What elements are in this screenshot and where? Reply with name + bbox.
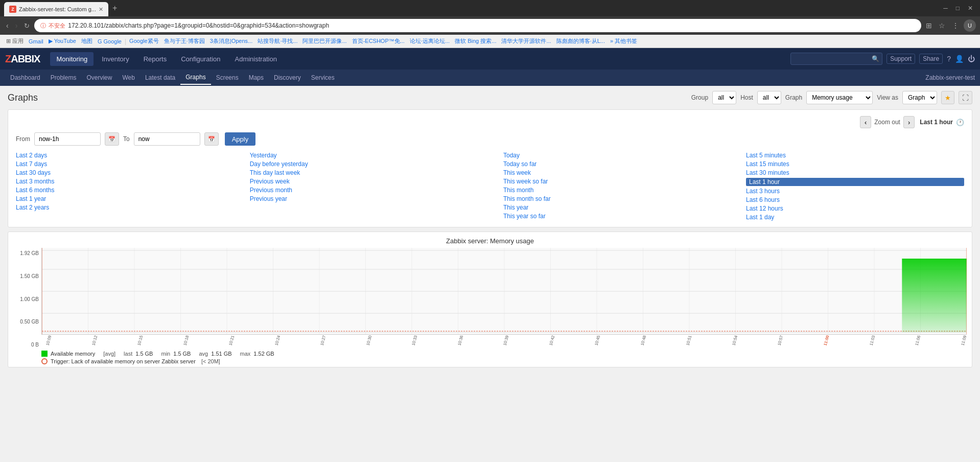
- subnav-screens[interactable]: Screens: [211, 71, 244, 84]
- link-last-30-days[interactable]: Last 30 days: [16, 169, 229, 176]
- memory-avg: 1.51 GB: [211, 351, 231, 357]
- reload-btn[interactable]: ↻: [22, 21, 32, 31]
- bookmark-opens[interactable]: 3条消息|Opens...: [208, 37, 255, 45]
- link-last-30-min[interactable]: Last 30 minutes: [746, 169, 964, 176]
- link-last-1-year[interactable]: Last 1 year: [16, 195, 229, 202]
- link-last-3-hours[interactable]: Last 3 hours: [746, 188, 964, 195]
- subnav-graphs[interactable]: Graphs: [180, 71, 211, 85]
- bookmark-maps[interactable]: 地图: [79, 37, 95, 45]
- user-icon[interactable]: 👤: [955, 55, 964, 63]
- link-last-3-months[interactable]: Last 3 months: [16, 178, 229, 185]
- address-bar[interactable]: ⓘ 不安全 172.20.8.101/zabbix/charts.php?pag…: [34, 19, 921, 32]
- apply-btn[interactable]: Apply: [225, 132, 256, 146]
- nav-administration[interactable]: Administration: [229, 52, 283, 66]
- graph-container: Zabbix server: Memory usage 1.92 GB 1.50…: [8, 232, 972, 367]
- back-btn[interactable]: ‹: [4, 20, 11, 31]
- link-previous-month[interactable]: Previous month: [250, 187, 483, 194]
- host-select[interactable]: all: [757, 91, 781, 104]
- prev-btn[interactable]: ‹: [860, 116, 871, 128]
- link-last-6-months[interactable]: Last 6 months: [16, 187, 229, 194]
- favorite-btn[interactable]: ★: [941, 91, 954, 104]
- new-tab-btn[interactable]: +: [108, 2, 121, 15]
- tab-close-icon[interactable]: ✕: [99, 6, 103, 13]
- subnav-discovery[interactable]: Discovery: [269, 71, 306, 84]
- nav-inventory[interactable]: Inventory: [96, 52, 135, 66]
- bookmark-chenbiao[interactable]: 陈彪彪的博客·从L...: [554, 37, 607, 45]
- link-last-7-days[interactable]: Last 7 days: [16, 160, 229, 168]
- next-btn[interactable]: ›: [903, 116, 915, 128]
- bookmark-tsinghua[interactable]: 清华大学开源软件...: [499, 37, 553, 45]
- link-previous-year[interactable]: Previous year: [250, 195, 483, 202]
- bookmark-luntan[interactable]: 论坛·远离论坛...: [408, 37, 452, 45]
- group-select[interactable]: all: [712, 91, 736, 104]
- link-last-1-hour[interactable]: Last 1 hour: [746, 178, 964, 186]
- link-last-2-days[interactable]: Last 2 days: [16, 152, 229, 159]
- subnav-latest-data[interactable]: Latest data: [140, 71, 180, 84]
- bookmark-btn[interactable]: ☆: [937, 20, 947, 31]
- subnav-maps[interactable]: Maps: [244, 71, 269, 84]
- link-last-5-min[interactable]: Last 5 minutes: [746, 152, 964, 159]
- from-input[interactable]: [34, 132, 101, 146]
- share-btn[interactable]: Share: [919, 54, 943, 64]
- bookmark-youtube[interactable]: ▶ YouTube: [46, 37, 78, 45]
- link-this-day-last-week[interactable]: This day last week: [250, 169, 483, 176]
- y-label-4: 0.50 GB: [14, 319, 39, 325]
- link-this-month[interactable]: This month: [503, 187, 726, 194]
- subnav-problems[interactable]: Problems: [45, 71, 82, 84]
- support-btn[interactable]: Support: [886, 54, 915, 64]
- to-calendar-btn[interactable]: 📅: [204, 132, 219, 146]
- link-today-so-far[interactable]: Today so far: [503, 160, 726, 168]
- link-last-6-hours[interactable]: Last 6 hours: [746, 196, 964, 203]
- search-icon: 🔍: [872, 55, 879, 62]
- memory-max: 1.52 GB: [253, 351, 274, 357]
- link-last-12-hours[interactable]: Last 12 hours: [746, 205, 964, 212]
- bookmark-apps[interactable]: ⊞ 应用: [4, 37, 26, 45]
- legend-trigger-row: Trigger: Lack of available memory on ser…: [41, 358, 967, 364]
- legend-memory-row: Available memory [avg] last 1.5 GB min 1…: [41, 351, 967, 357]
- to-input[interactable]: [134, 132, 200, 146]
- view-as-select[interactable]: Graph: [902, 91, 937, 104]
- bookmark-zhan[interactable]: 站搜导航·寻找...: [255, 37, 299, 45]
- link-last-2-years[interactable]: Last 2 years: [16, 204, 229, 211]
- fullscreen-btn[interactable]: ⛶: [959, 91, 972, 104]
- link-this-week-so-far[interactable]: This week so far: [503, 178, 726, 185]
- header-search-input[interactable]: [790, 53, 882, 65]
- link-this-year[interactable]: This year: [503, 204, 726, 211]
- extensions-btn[interactable]: ⊞: [924, 20, 934, 31]
- bookmark-ecshop[interactable]: 首页-ECSHOP™免...: [350, 37, 407, 45]
- link-day-before-yesterday[interactable]: Day before yesterday: [250, 160, 483, 168]
- bookmark-google[interactable]: G Google: [96, 38, 124, 45]
- nav-reports[interactable]: Reports: [137, 52, 173, 66]
- bookmark-gmail[interactable]: Gmail: [27, 38, 45, 45]
- bookmark-bing[interactable]: 微软 Bing 搜索...: [453, 37, 498, 45]
- nav-configuration[interactable]: Configuration: [175, 52, 226, 66]
- menu-btn[interactable]: ⋮: [950, 20, 961, 31]
- graph-select[interactable]: Memory usage: [806, 91, 873, 104]
- profile-btn[interactable]: U: [964, 19, 976, 32]
- link-previous-week[interactable]: Previous week: [250, 178, 483, 185]
- bookmark-google-号[interactable]: Google紧号: [127, 37, 160, 45]
- subnav-overview[interactable]: Overview: [81, 71, 117, 84]
- bookmark-more[interactable]: » 其他书签: [608, 37, 639, 45]
- subnav-dashboard[interactable]: Dashboard: [5, 71, 45, 84]
- page-content: Graphs Group all Host all Graph Memory u…: [0, 86, 980, 373]
- quick-links-col4: Last 5 minutes Last 15 minutes Last 30 m…: [746, 152, 964, 221]
- link-this-week[interactable]: This week: [503, 169, 726, 176]
- link-last-15-min[interactable]: Last 15 minutes: [746, 160, 964, 168]
- from-calendar-btn[interactable]: 📅: [105, 132, 119, 146]
- bookmark-fish[interactable]: 鱼与于王·博客园: [162, 37, 207, 45]
- link-today[interactable]: Today: [503, 152, 726, 159]
- power-icon[interactable]: ⏻: [968, 55, 975, 63]
- link-this-year-so-far[interactable]: This year so far: [503, 213, 726, 220]
- subnav-web[interactable]: Web: [117, 71, 139, 84]
- subnav-services[interactable]: Services: [306, 71, 340, 84]
- bookmark-ali[interactable]: 阿里巴巴开源像...: [300, 37, 348, 45]
- nav-monitoring[interactable]: Monitoring: [50, 52, 94, 66]
- trigger-value: [< 20M]: [201, 358, 220, 364]
- active-tab[interactable]: Z Zabbix-server-test: Custom g... ✕: [4, 2, 108, 16]
- help-icon[interactable]: ?: [947, 55, 951, 63]
- forward-btn[interactable]: ›: [13, 20, 20, 31]
- link-yesterday[interactable]: Yesterday: [250, 152, 483, 159]
- link-last-1-day[interactable]: Last 1 day: [746, 214, 964, 221]
- link-this-month-so-far[interactable]: This month so far: [503, 195, 726, 202]
